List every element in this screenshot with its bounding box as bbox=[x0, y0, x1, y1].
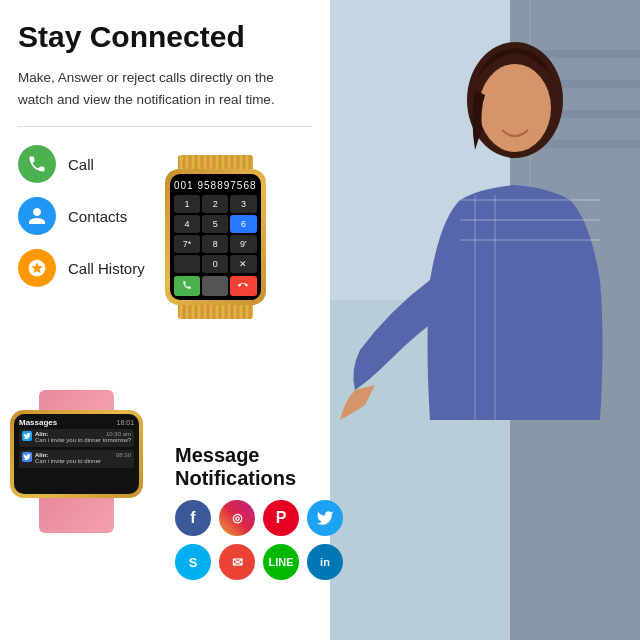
main-container: Stay Connected Make, Answer or reject ca… bbox=[0, 0, 640, 640]
watch-screen-messages: Massages 18:01 Alin: 10:30 am Can i invi… bbox=[14, 414, 139, 494]
person-photo bbox=[330, 0, 640, 640]
page-headline: Stay Connected bbox=[18, 20, 312, 53]
watch-screen: 001 958897568 1 2 3 4 5 6 7* 8 9' 0 ✕ bbox=[170, 174, 261, 300]
svg-point-9 bbox=[479, 64, 551, 152]
dial-key-3[interactable]: 3 bbox=[230, 195, 256, 213]
notification-title: MessageNotifications bbox=[175, 444, 343, 490]
dial-key-6[interactable]: 6 bbox=[230, 215, 256, 233]
watch-pink-band-top bbox=[39, 390, 114, 410]
msg-content-2: Alin: 08:30 Can i invite you to dinner bbox=[35, 452, 131, 466]
message-notifications: MessageNotifications f ◎ P S ✉ LINE in bbox=[175, 444, 343, 580]
watch-band-top bbox=[178, 155, 253, 169]
divider bbox=[18, 126, 312, 127]
dial-home-button[interactable] bbox=[202, 276, 228, 296]
photo-panel bbox=[330, 0, 640, 640]
dial-key-star[interactable] bbox=[174, 255, 200, 273]
dial-key-clear[interactable]: ✕ bbox=[230, 255, 256, 273]
email-icon: ✉ bbox=[219, 544, 255, 580]
skype-icon: S bbox=[175, 544, 211, 580]
msg-title: Massages bbox=[19, 418, 57, 427]
instagram-icon: ◎ bbox=[219, 500, 255, 536]
dial-key-5[interactable]: 5 bbox=[202, 215, 228, 233]
social-icons-grid: f ◎ P S ✉ LINE in bbox=[175, 500, 343, 580]
dialpad-watch: 001 958897568 1 2 3 4 5 6 7* 8 9' 0 ✕ bbox=[165, 155, 266, 319]
msg-header-time: 18:01 bbox=[117, 419, 135, 426]
msg-row-1: Alin: 10:30 am Can i invite you to dinne… bbox=[19, 429, 134, 447]
facebook-icon: f bbox=[175, 500, 211, 536]
twitter-icon bbox=[307, 500, 343, 536]
call-icon bbox=[18, 145, 56, 183]
msg-text-1: Can i invite you to dinner tomorrow? bbox=[35, 437, 131, 445]
dial-end-button[interactable] bbox=[230, 276, 256, 296]
watch-pink-band-bottom bbox=[39, 498, 114, 533]
dial-key-0[interactable]: 0 bbox=[202, 255, 228, 273]
msg-header: Massages 18:01 bbox=[19, 418, 134, 427]
dial-key-7[interactable]: 7* bbox=[174, 235, 200, 253]
watch-band-bottom bbox=[178, 305, 253, 319]
msg-time-2: 08:30 bbox=[116, 452, 131, 458]
line-icon: LINE bbox=[263, 544, 299, 580]
contacts-label: Contacts bbox=[68, 208, 127, 225]
dial-call-button[interactable] bbox=[174, 276, 200, 296]
msg-row-2: Alin: 08:30 Can i invite you to dinner bbox=[19, 450, 134, 468]
dial-actions bbox=[174, 276, 257, 296]
dial-key-8[interactable]: 8 bbox=[202, 235, 228, 253]
contacts-icon bbox=[18, 197, 56, 235]
dial-grid: 1 2 3 4 5 6 7* 8 9' 0 ✕ bbox=[174, 195, 257, 273]
msg-content-1: Alin: 10:30 am Can i invite you to dinne… bbox=[35, 431, 131, 445]
messages-watch: Massages 18:01 Alin: 10:30 am Can i invi… bbox=[10, 390, 143, 533]
page-subtitle: Make, Answer or reject calls directly on… bbox=[18, 67, 312, 110]
call-history-icon bbox=[18, 249, 56, 287]
dial-number: 001 958897568 bbox=[174, 178, 257, 193]
watch-case: 001 958897568 1 2 3 4 5 6 7* 8 9' 0 ✕ bbox=[165, 169, 266, 305]
call-history-label: Call History bbox=[68, 260, 145, 277]
dial-key-9[interactable]: 9' bbox=[230, 235, 256, 253]
pinterest-icon: P bbox=[263, 500, 299, 536]
linkedin-icon: in bbox=[307, 544, 343, 580]
msg-twitter-icon bbox=[22, 431, 32, 441]
watch-pink-case: Massages 18:01 Alin: 10:30 am Can i invi… bbox=[10, 410, 143, 498]
msg-google-icon bbox=[22, 452, 32, 462]
dial-key-1[interactable]: 1 bbox=[174, 195, 200, 213]
call-label: Call bbox=[68, 156, 94, 173]
dial-key-4[interactable]: 4 bbox=[174, 215, 200, 233]
msg-text-2: Can i invite you to dinner bbox=[35, 458, 131, 466]
dial-key-2[interactable]: 2 bbox=[202, 195, 228, 213]
msg-sender-2: Alin: bbox=[35, 452, 48, 458]
